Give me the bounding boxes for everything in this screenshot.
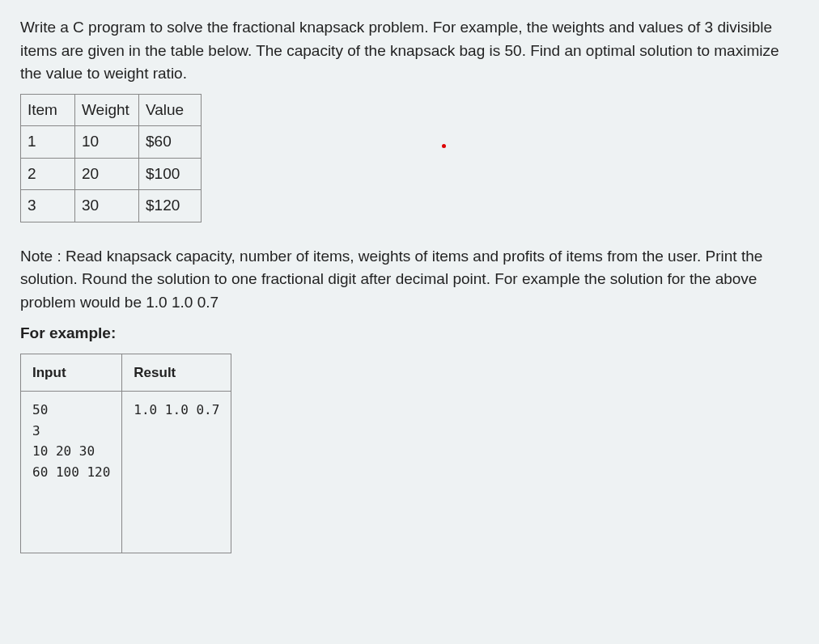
items-table: Item Weight Value 1 10 $60 2 20 $100 3 3… bbox=[20, 94, 202, 222]
example-input-cell: 50 3 10 20 30 60 100 120 bbox=[21, 392, 122, 553]
example-header-result: Result bbox=[122, 354, 231, 392]
cell-value: $100 bbox=[139, 158, 202, 190]
example-input-text: 50 3 10 20 30 60 100 120 bbox=[32, 400, 110, 544]
cell-item: 2 bbox=[21, 158, 75, 190]
cell-weight: 10 bbox=[75, 126, 139, 159]
example-table: Input Result 50 3 10 20 30 60 100 120 1.… bbox=[20, 354, 231, 554]
items-header-value: Value bbox=[139, 94, 202, 126]
red-dot-icon bbox=[442, 144, 446, 148]
table-row: 1 10 $60 bbox=[21, 126, 202, 159]
for-example-label: For example: bbox=[20, 322, 799, 345]
example-result-text: 1.0 1.0 0.7 bbox=[134, 400, 219, 421]
intro-paragraph: Write a C program to solve the fractiona… bbox=[20, 16, 799, 86]
table-row: 2 20 $100 bbox=[21, 158, 202, 190]
example-result-cell: 1.0 1.0 0.7 bbox=[122, 392, 231, 553]
cell-value: $60 bbox=[139, 126, 202, 159]
cell-item: 3 bbox=[21, 190, 75, 222]
items-header-item: Item bbox=[21, 94, 75, 126]
table-row: 3 30 $120 bbox=[21, 190, 202, 222]
cell-weight: 20 bbox=[75, 158, 139, 190]
cell-value: $120 bbox=[139, 190, 202, 222]
cell-weight: 30 bbox=[75, 190, 139, 222]
items-header-weight: Weight bbox=[75, 94, 139, 126]
table-row: 50 3 10 20 30 60 100 120 1.0 1.0 0.7 bbox=[21, 392, 231, 553]
cell-item: 1 bbox=[21, 126, 75, 159]
note-paragraph: Note : Read knapsack capacity, number of… bbox=[20, 245, 799, 315]
example-header-input: Input bbox=[21, 354, 122, 392]
